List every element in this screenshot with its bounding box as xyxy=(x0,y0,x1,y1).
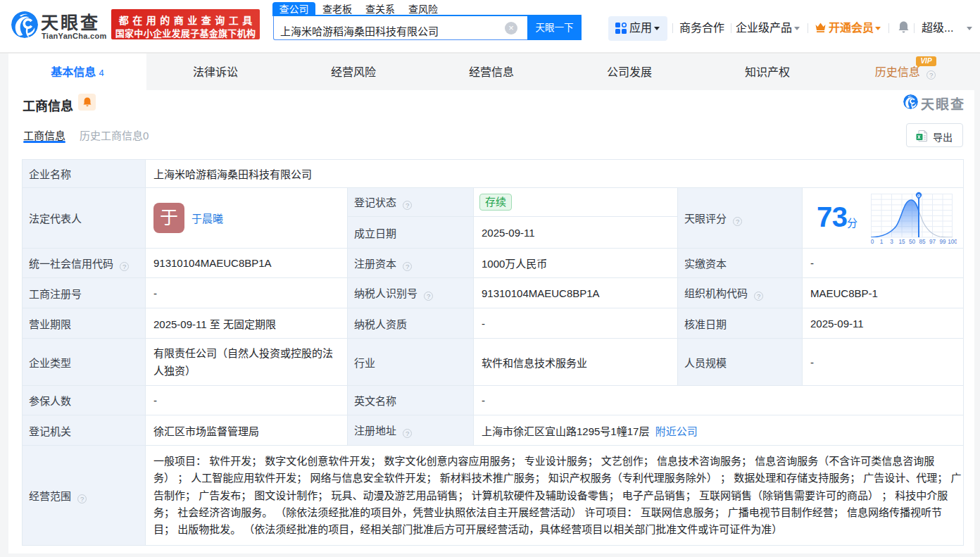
svg-text:3: 3 xyxy=(890,239,893,245)
svg-text:1: 1 xyxy=(880,239,884,245)
svg-text:0: 0 xyxy=(871,239,874,245)
svg-text:85: 85 xyxy=(919,239,926,245)
svg-text:97: 97 xyxy=(929,239,936,245)
svg-text:15: 15 xyxy=(898,239,905,245)
svg-text:100: 100 xyxy=(948,239,957,245)
svg-text:99: 99 xyxy=(939,239,946,245)
svg-text:50: 50 xyxy=(909,239,916,245)
